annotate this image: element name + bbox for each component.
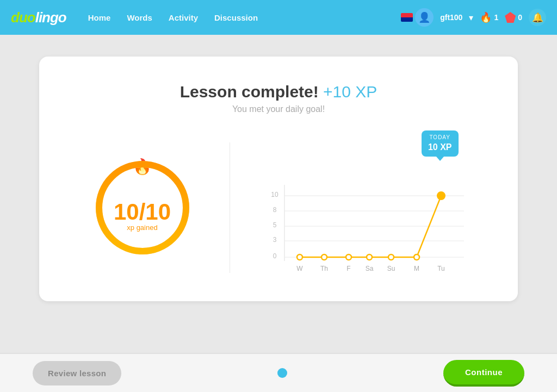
gem-icon	[505, 12, 516, 23]
navigation: Home Words Activity Discussion	[88, 13, 401, 22]
footer: Review lesson Continue	[0, 353, 557, 392]
lesson-title-main: Lesson complete!	[180, 83, 319, 101]
svg-text:Sa: Sa	[365, 265, 373, 272]
svg-text:Su: Su	[387, 265, 395, 272]
logo[interactable]: duolingo	[11, 9, 66, 26]
flag-top	[401, 13, 413, 17]
today-xp: 10 XP	[428, 141, 452, 153]
content-row: 🔥 10/10 xp gained	[72, 136, 485, 279]
svg-point-17	[388, 254, 394, 260]
svg-text:M: M	[414, 265, 419, 272]
svg-text:Tu: Tu	[437, 265, 445, 272]
svg-text:F: F	[346, 265, 350, 272]
fire-icon: 🔥	[480, 11, 492, 23]
username-label[interactable]: gft100	[440, 13, 462, 22]
xp-highlight: +10 XP	[323, 83, 377, 101]
svg-point-16	[367, 254, 372, 260]
svg-text:3: 3	[273, 236, 276, 244]
nav-activity[interactable]: Activity	[169, 13, 198, 22]
chart-svg: 0 3 5 8 10	[263, 158, 469, 277]
ring-inner: 10/10 xp gained	[114, 184, 171, 232]
avatar: 👤	[415, 8, 434, 27]
svg-text:5: 5	[273, 221, 276, 229]
lesson-complete-card: Lesson complete! +10 XP You met your dai…	[39, 57, 518, 301]
lesson-title: Lesson complete! +10 XP	[72, 83, 485, 101]
streak-count: 1	[494, 13, 498, 22]
divider	[230, 142, 230, 273]
review-lesson-button[interactable]: Review lesson	[33, 361, 121, 385]
progress-indicator	[277, 368, 287, 378]
today-tooltip: TODAY 10 XP	[422, 130, 459, 157]
nav-home[interactable]: Home	[88, 13, 111, 22]
xp-count: 10/10	[114, 201, 171, 223]
svg-text:0: 0	[273, 252, 276, 260]
gem-badge: 0	[505, 12, 522, 23]
header-right: 👤 gft100 ▾ 🔥 1 0 🔔	[401, 8, 546, 27]
gem-count: 0	[518, 13, 522, 22]
main-content: Lesson complete! +10 XP You met your dai…	[0, 35, 557, 312]
svg-text:Th: Th	[320, 265, 327, 272]
svg-text:W: W	[296, 265, 303, 272]
continue-button[interactable]: Continue	[443, 360, 524, 387]
nav-discussion[interactable]: Discussion	[214, 13, 258, 22]
svg-point-14	[321, 254, 327, 260]
svg-point-18	[414, 254, 419, 260]
svg-point-13	[297, 254, 302, 260]
xp-chart: TODAY 10 XP 0 3 5 8 10	[263, 136, 469, 279]
flag-bottom	[401, 17, 413, 22]
bell-icon[interactable]: 🔔	[529, 9, 546, 26]
xp-ring: 🔥 10/10 xp gained	[88, 153, 197, 262]
svg-text:10: 10	[271, 191, 278, 198]
daily-goal-subtitle: You met your daily goal!	[72, 104, 485, 114]
svg-text:8: 8	[273, 206, 276, 214]
svg-point-19	[437, 192, 445, 200]
today-label: TODAY	[428, 134, 452, 141]
svg-point-15	[346, 254, 351, 260]
header: duolingo Home Words Activity Discussion …	[0, 0, 557, 35]
nav-words[interactable]: Words	[127, 13, 152, 22]
dropdown-chevron-icon[interactable]: ▾	[469, 13, 473, 23]
xp-label: xp gained	[127, 223, 157, 232]
streak-badge: 🔥 1	[480, 11, 498, 23]
flag-avatar: 👤	[401, 8, 434, 27]
language-flag	[401, 13, 413, 22]
